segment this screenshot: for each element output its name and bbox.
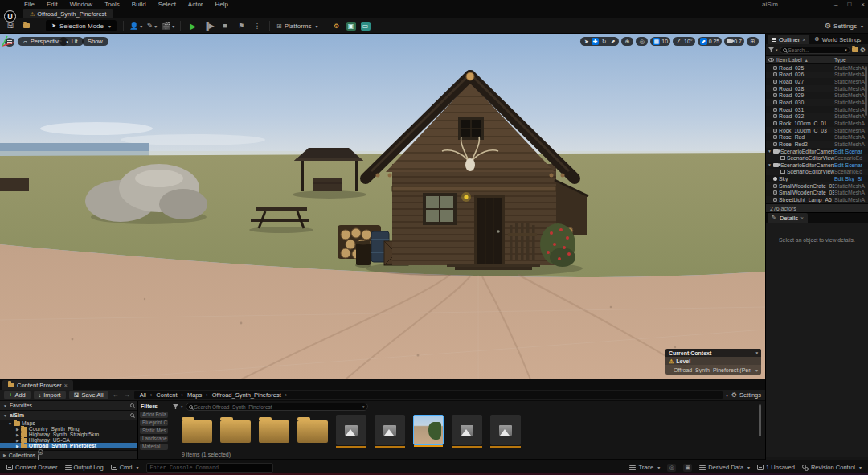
editor-mode-dropdown[interactable]: ➤ Selection Mode (46, 20, 117, 31)
filter-actor-foliage[interactable]: Actor Folia (140, 412, 168, 419)
asset-search-input[interactable]: Search Offroad_Synth_Pineforest ▾ (186, 403, 368, 411)
search-icon[interactable] (130, 403, 134, 407)
menu-select[interactable]: Select (158, 1, 176, 8)
search-icon[interactable] (130, 413, 134, 417)
expander-icon[interactable]: ▼ (766, 149, 773, 154)
add-button[interactable]: +Add (4, 391, 31, 399)
surface-snap-icon[interactable]: ◎ (638, 38, 645, 45)
outliner-row[interactable]: ▼ScenarioEditorCameraEdit Scenar (766, 162, 868, 169)
rotate-tool-icon[interactable]: ↻ (600, 38, 608, 45)
outliner-row[interactable]: Road_027StaticMeshA (766, 78, 868, 85)
close-icon[interactable]: × (64, 383, 68, 388)
collections-header[interactable]: ▶ Collections + (0, 450, 137, 459)
move-tool-icon[interactable]: ✚ (592, 38, 599, 45)
tab-outliner[interactable]: Outliner × (768, 35, 809, 44)
outliner-row[interactable]: Road_030StaticMeshA (766, 99, 868, 106)
level-context-dropdown[interactable]: Offroad_Synth_Pineforest (Persistent) (665, 365, 761, 375)
show-flags-dropdown[interactable]: Show (82, 37, 108, 46)
outliner-row[interactable]: Rock_100cm_C_03StaticMeshA (766, 127, 868, 134)
outliner-row[interactable]: Rose_Red2StaticMeshA (766, 141, 868, 148)
asset-texture-selected[interactable] (411, 413, 445, 447)
asset-folder[interactable] (219, 413, 252, 447)
outliner-row[interactable]: Rose_RedStaticMeshA (766, 133, 868, 141)
outliner-row[interactable]: ScenarioEditorViewpScenarioEd (766, 169, 868, 176)
favorites-header[interactable]: ▼ Favorites (0, 401, 137, 411)
filter-caret-icon[interactable]: ▾ (776, 47, 778, 52)
outliner-scrollbar[interactable] (865, 66, 867, 116)
play-button[interactable]: ▶ (187, 21, 199, 31)
outliner-row[interactable]: Road_025StaticMeshA (766, 64, 868, 72)
content-browser-icon[interactable] (21, 21, 32, 31)
console-command-input[interactable]: Enter Console Command (146, 463, 273, 473)
trace-dropdown[interactable]: Trace (629, 464, 660, 471)
current-context-header[interactable]: Current Context ▾ (665, 349, 761, 357)
grid-snap-control[interactable]: ▦ 10 (650, 37, 670, 46)
outliner-row[interactable]: Rock_100cm_C_01StaticMeshA (766, 120, 868, 127)
screenshot-icon[interactable]: ▣ (683, 464, 692, 472)
outliner-row[interactable]: Road_028StaticMeshA (766, 85, 868, 92)
asset-texture[interactable] (489, 413, 522, 447)
cinematics-icon[interactable]: 🎬 (162, 21, 174, 31)
filter-landscape[interactable]: Landscape (140, 436, 168, 443)
world-space-icon[interactable]: ⊕ (624, 38, 631, 45)
toolbar-extension-icon-a[interactable]: ⚙ (332, 22, 342, 31)
content-drawer-button[interactable]: Content Drawer (6, 464, 58, 471)
tree-item-offroad-synth-pineforest[interactable]: ▶ Offroad_Synth_Pineforest (0, 443, 137, 448)
content-browser-settings[interactable]: ⚙Settings (731, 391, 761, 399)
play-from-here-button[interactable]: ▐▶ (203, 21, 215, 31)
scale-tool-icon[interactable]: ⬈ (609, 38, 616, 45)
expander-icon[interactable]: ▼ (766, 162, 773, 167)
platforms-dropdown[interactable]: ⊞ Platforms (276, 23, 318, 30)
sort-ascending-icon[interactable]: ▲ (805, 58, 809, 63)
tree-item-highway-us-ca[interactable]: ▶ Highway_US-CA (0, 437, 137, 443)
unsaved-button[interactable]: 1 Unsaved (757, 464, 795, 471)
asset-texture[interactable] (450, 413, 484, 447)
save-all-button[interactable]: 🖫Save All (69, 391, 108, 399)
filter-funnel-icon[interactable] (173, 404, 178, 409)
path-options-caret[interactable]: ▾ (726, 393, 728, 398)
asset-texture[interactable] (334, 413, 368, 447)
maximize-button[interactable]: □ (847, 1, 851, 8)
scale-snap-control[interactable]: ⬈ 0.25 (698, 37, 723, 46)
filter-static-mesh[interactable]: Static Mes (140, 428, 168, 435)
outliner-row[interactable]: Road_026StaticMeshA (766, 72, 868, 79)
search-options-caret[interactable]: ▾ (362, 404, 365, 409)
outliner-row[interactable]: Road_031StaticMeshA (766, 106, 868, 113)
menu-window[interactable]: Window (70, 1, 92, 8)
menu-edit[interactable]: Edit (47, 1, 58, 8)
tab-world-settings[interactable]: ⚙ World Settings (810, 35, 865, 44)
select-tool-icon[interactable]: ➤ (583, 38, 590, 45)
insights-icon[interactable]: ◎ (667, 464, 676, 472)
outliner-row[interactable]: SmallWoodenCrate_03StaticMeshA (766, 182, 868, 190)
asset-folder[interactable] (180, 413, 214, 447)
asset-scrollbar[interactable] (759, 404, 761, 436)
derived-data-dropdown[interactable]: Derived Data (699, 464, 750, 471)
breadcrumb-all[interactable]: All (140, 391, 146, 399)
outliner-row[interactable]: SkyEdit Sky_Bl (766, 175, 868, 182)
forward-button[interactable]: → (123, 391, 131, 399)
filter-blueprint-class[interactable]: Blueprint C (140, 420, 168, 427)
import-button[interactable]: ↓Import (34, 391, 66, 399)
outliner-row[interactable]: Road_032StaticMeshA (766, 113, 868, 120)
search-options-caret[interactable]: ▾ (845, 47, 847, 52)
tree-item-country-synth-ring[interactable]: ▶ Country_Synth_Ring (0, 426, 137, 432)
outliner-search-input[interactable]: Search... ▾ (780, 47, 850, 54)
tree-item-maps[interactable]: ▼ Maps (0, 420, 137, 426)
outliner-row[interactable]: ScenarioEditorViewpScenarioEd (766, 154, 868, 162)
edit-scenario-link[interactable]: Edit Scenar (834, 162, 868, 168)
create-folder-icon[interactable] (852, 47, 858, 52)
cmd-dropdown[interactable]: Cmd (111, 464, 139, 471)
close-button[interactable]: × (861, 1, 865, 8)
toolbar-extension-icon-c[interactable]: ▭ (361, 22, 371, 31)
asset-folder[interactable] (296, 413, 330, 447)
outliner-row[interactable]: ▼ScenarioEditorCameraEdit Scenar (766, 148, 868, 155)
breadcrumb-current[interactable]: Offroad_Synth_Pineforest (212, 391, 281, 399)
outliner-row[interactable]: StreetLight_Lamp_A5StaticMeshA (766, 196, 868, 203)
outliner-row[interactable]: SmallWoodenCrate_03StaticMeshA (766, 190, 868, 197)
edit-scenario-link[interactable]: Edit Scenar (834, 149, 868, 154)
3d-viewport[interactable]: ▱ Perspective ◑ Lit Show ➤ ✚ ↻ ⬈ ⊕ ◎ ▦ 1… (0, 34, 765, 379)
root-folder-header[interactable]: ▼ aiSim (0, 411, 137, 420)
filter-caret-icon[interactable]: ▾ (181, 404, 183, 409)
item-label-column[interactable]: Item Label (776, 57, 802, 63)
tab-details[interactable]: Details × (768, 213, 808, 223)
